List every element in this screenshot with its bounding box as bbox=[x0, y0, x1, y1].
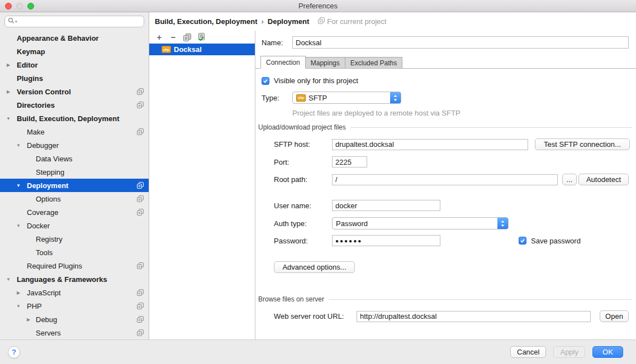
name-label: Name: bbox=[262, 39, 292, 47]
per-project-settings-icon bbox=[137, 209, 144, 217]
upload-group-title: Upload/download project files bbox=[258, 123, 632, 131]
apply-button[interactable]: Apply bbox=[553, 346, 585, 358]
open-url-button[interactable]: Open bbox=[600, 310, 629, 322]
tab-bar: Connection Mappings Excluded Paths bbox=[255, 56, 636, 69]
visible-only-label[interactable]: Visible only for this project bbox=[274, 76, 358, 85]
chevron-down-icon[interactable]: ▼ bbox=[6, 116, 11, 121]
scope-label: For current project bbox=[327, 17, 386, 26]
chevron-right-icon[interactable]: ▶ bbox=[26, 317, 31, 322]
advanced-options-button[interactable]: Advanced options... bbox=[274, 261, 355, 273]
tab-connection[interactable]: Connection bbox=[260, 56, 306, 69]
test-sftp-connection-button[interactable]: Test SFTP connection... bbox=[535, 138, 630, 150]
browse-root-path-button[interactable]: ... bbox=[562, 174, 577, 185]
auth-type-value: Password bbox=[336, 219, 368, 228]
scope-indicator: For current project bbox=[318, 17, 386, 26]
chevron-down-icon[interactable]: ▼ bbox=[16, 183, 21, 188]
titlebar: Preferences bbox=[0, 0, 636, 12]
autodetect-button[interactable]: Autodetect bbox=[578, 174, 629, 185]
cancel-button[interactable]: Cancel bbox=[510, 346, 546, 358]
chevron-right-icon[interactable]: ▶ bbox=[16, 290, 21, 295]
chevron-down-icon[interactable]: ▼ bbox=[16, 223, 21, 228]
help-button[interactable]: ? bbox=[8, 346, 20, 358]
port-input[interactable] bbox=[332, 156, 367, 167]
use-as-default-icon[interactable] bbox=[197, 33, 206, 42]
chevron-right-icon[interactable]: ▶ bbox=[6, 89, 11, 94]
sidebar-item-directories[interactable]: Directories bbox=[0, 98, 149, 112]
save-password-checkbox[interactable] bbox=[519, 237, 526, 245]
search-filter-caret-icon[interactable]: ▾ bbox=[15, 20, 17, 24]
select-stepper-icon[interactable] bbox=[497, 218, 508, 229]
sidebar-item-registry[interactable]: Registry bbox=[0, 232, 149, 246]
ok-button[interactable]: OK bbox=[592, 346, 623, 358]
sidebar-item-languages-frameworks[interactable]: ▼Languages & Frameworks bbox=[0, 272, 149, 286]
server-name: Docksal bbox=[174, 45, 202, 54]
sidebar-item-options[interactable]: Options bbox=[0, 192, 149, 205]
chevron-down-icon[interactable]: ▼ bbox=[16, 304, 21, 309]
per-project-settings-icon bbox=[137, 262, 144, 271]
root-path-input[interactable] bbox=[332, 174, 558, 185]
per-project-settings-icon bbox=[137, 195, 144, 204]
user-name-input[interactable] bbox=[332, 200, 440, 211]
per-project-settings-icon bbox=[137, 182, 144, 190]
sidebar-item-version-control[interactable]: ▶Version Control bbox=[0, 85, 149, 98]
remove-server-icon[interactable]: − bbox=[169, 33, 178, 42]
add-server-icon[interactable]: + bbox=[155, 33, 164, 42]
copy-server-icon[interactable] bbox=[183, 33, 192, 42]
sidebar-item-tools[interactable]: Tools bbox=[0, 246, 149, 259]
password-input[interactable] bbox=[332, 235, 440, 246]
save-password-label[interactable]: Save password bbox=[531, 237, 581, 245]
type-select[interactable]: sftp SFTP bbox=[292, 92, 401, 104]
per-project-settings-icon bbox=[137, 102, 144, 110]
chevron-down-icon[interactable]: ▼ bbox=[16, 143, 21, 148]
sidebar-item-make[interactable]: Make bbox=[0, 125, 149, 138]
sidebar-item-debugger[interactable]: ▼Debugger bbox=[0, 138, 149, 152]
sidebar-item-data-views[interactable]: Data Views bbox=[0, 152, 149, 165]
search-input[interactable] bbox=[18, 17, 144, 26]
breadcrumb-section[interactable]: Build, Execution, Deployment bbox=[155, 17, 257, 26]
chevron-down-icon[interactable]: ▼ bbox=[6, 277, 11, 282]
web-server-root-url-input[interactable] bbox=[357, 311, 591, 322]
auth-type-select[interactable]: Password bbox=[332, 217, 509, 229]
sftp-host-input[interactable] bbox=[332, 139, 528, 150]
name-input[interactable] bbox=[292, 36, 629, 49]
dialog-footer: ? Cancel Apply OK bbox=[0, 339, 636, 364]
select-stepper-icon[interactable] bbox=[390, 92, 401, 103]
tab-excluded-paths[interactable]: Excluded Paths bbox=[345, 57, 402, 68]
port-label: Port: bbox=[274, 158, 332, 166]
sidebar-item-coverage[interactable]: Coverage bbox=[0, 205, 149, 219]
window-title: Preferences bbox=[298, 2, 338, 10]
server-list-toolbar: + − bbox=[149, 31, 255, 44]
tab-mappings[interactable]: Mappings bbox=[305, 57, 345, 68]
sidebar-item-editor[interactable]: ▶Editor bbox=[0, 58, 149, 71]
chevron-right-icon[interactable]: ▶ bbox=[6, 63, 11, 68]
sidebar-item-debug[interactable]: ▶Debug bbox=[0, 313, 149, 326]
sidebar-item-appearance-behavior[interactable]: Appearance & Behavior bbox=[0, 31, 149, 45]
auth-type-label: Auth type: bbox=[274, 219, 332, 228]
zoom-window-icon[interactable] bbox=[27, 3, 34, 9]
server-list-item-docksal[interactable]: sftp Docksal bbox=[149, 44, 255, 55]
search-icon bbox=[8, 17, 15, 26]
sidebar-item-docker[interactable]: ▼Docker bbox=[0, 219, 149, 232]
sidebar-item-required-plugins[interactable]: Required Plugins bbox=[0, 259, 149, 272]
type-value: SFTP bbox=[308, 94, 327, 102]
close-window-icon[interactable] bbox=[5, 3, 12, 9]
per-project-settings-icon bbox=[137, 303, 144, 311]
per-project-settings-icon bbox=[137, 88, 144, 97]
sidebar-item-stepping[interactable]: Stepping bbox=[0, 165, 149, 179]
sidebar-item-build-execution-deployment[interactable]: ▼Build, Execution, Deployment bbox=[0, 112, 149, 125]
sidebar-item-plugins[interactable]: Plugins bbox=[0, 71, 149, 85]
sidebar-item-javascript[interactable]: ▶JavaScript bbox=[0, 286, 149, 299]
group-separator-line bbox=[329, 299, 632, 300]
sidebar-item-deployment[interactable]: ▼Deployment bbox=[0, 179, 149, 192]
breadcrumb-page: Deployment bbox=[268, 17, 309, 26]
sidebar-item-keymap[interactable]: Keymap bbox=[0, 45, 149, 58]
breadcrumb: Build, Execution, Deployment › Deploymen… bbox=[149, 12, 636, 31]
sidebar-item-servers[interactable]: Servers bbox=[0, 326, 149, 339]
sidebar-item-php[interactable]: ▼PHP bbox=[0, 299, 149, 313]
visible-only-checkbox[interactable] bbox=[262, 77, 269, 85]
browse-group-title: Browse files on server bbox=[258, 295, 632, 303]
group-separator-line bbox=[350, 127, 632, 128]
password-label: Password: bbox=[274, 237, 332, 245]
settings-search-box[interactable]: ▾ bbox=[4, 16, 144, 27]
sftp-file-icon: sftp bbox=[296, 94, 306, 102]
